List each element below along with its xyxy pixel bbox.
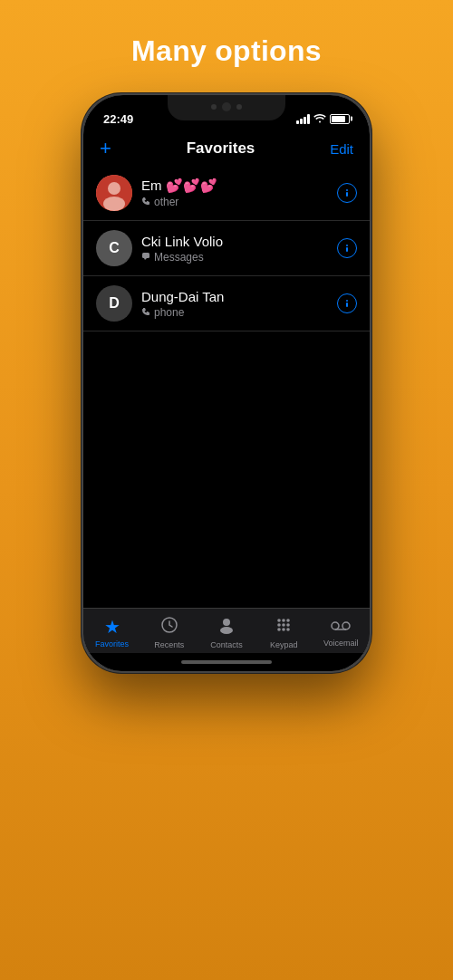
svg-point-17 [282,623,285,627]
contact-info-dung: Dung-Dai Tan phone [141,289,337,319]
contact-item-cki[interactable]: C Cki Link Volio Messages [83,221,370,276]
contact-info-cki: Cki Link Volio Messages [141,234,337,264]
add-button[interactable]: + [100,139,111,159]
info-button-dung[interactable] [337,293,357,313]
message-icon-cki [141,252,150,263]
svg-rect-7 [346,247,348,252]
svg-point-12 [220,627,233,634]
contact-name-cki: Cki Link Volio [141,234,337,249]
voicemail-icon [331,616,351,637]
home-bar [181,660,272,664]
svg-point-1 [108,182,120,195]
svg-point-6 [346,245,348,246]
notch-dot-1 [211,104,217,110]
phone-icon-dung [141,307,150,318]
tab-recents[interactable]: Recents [145,616,194,649]
home-indicator [83,653,370,671]
nav-title: Favorites [187,139,255,158]
contact-type-cki: Messages [141,251,337,264]
svg-point-11 [223,619,230,626]
nav-bar: + Favorites Edit [83,135,370,166]
contact-item-dung[interactable]: D Dung-Dai Tan phone [83,276,370,331]
contact-type-label-cki: Messages [154,251,204,264]
contact-name-dung: Dung-Dai Tan [141,289,337,304]
battery-icon [330,114,350,124]
edit-button[interactable]: Edit [330,141,353,157]
contacts-list: Em 💕💕💕 other [83,166,370,608]
status-bar: 22:49 [83,95,370,135]
svg-point-20 [282,628,285,631]
svg-point-22 [332,622,339,629]
favorites-icon: ★ [104,616,120,638]
phone-frame: 22:49 [82,93,371,673]
signal-icon [296,114,310,124]
notch-camera [222,102,231,111]
phone-screen: 22:49 [83,95,370,671]
svg-point-13 [277,619,281,622]
contacts-icon [217,616,236,639]
tab-contacts-label: Contacts [210,640,243,649]
keypad-icon [275,616,293,639]
battery-fill [332,116,345,122]
tab-favorites-label: Favorites [95,639,129,649]
avatar-em [96,175,132,211]
phone-mockup: 22:49 [82,93,371,673]
tab-contacts[interactable]: Contacts [202,616,251,649]
status-icons [296,113,350,125]
tab-recents-label: Recents [154,640,184,649]
tab-keypad-label: Keypad [270,640,298,649]
tab-keypad[interactable]: Keypad [259,616,308,649]
svg-point-8 [346,300,348,302]
svg-point-14 [282,619,285,622]
svg-rect-5 [142,253,149,258]
contact-name-em: Em 💕💕💕 [141,178,337,194]
info-button-em[interactable] [337,183,357,203]
contact-type-label-dung: phone [154,306,184,319]
contact-type-label-em: other [154,196,178,208]
tab-bar: ★ Favorites Recents [83,608,370,653]
phone-icon-em [141,197,150,207]
avatar-cki: C [96,230,132,266]
wifi-icon [313,113,326,125]
contact-item-em[interactable]: Em 💕💕💕 other [83,166,370,221]
notch [168,95,285,120]
notch-dot-2 [236,104,242,110]
page-title: Many options [131,34,322,68]
info-button-cki[interactable] [337,238,357,258]
tab-voicemail[interactable]: Voicemail [316,616,365,648]
svg-rect-9 [346,303,348,307]
svg-point-16 [277,623,281,627]
tab-voicemail-label: Voicemail [323,639,359,648]
contact-info-em: Em 💕💕💕 other [141,178,337,208]
svg-point-18 [286,623,290,627]
svg-point-19 [277,628,281,631]
svg-point-21 [286,628,290,631]
contact-type-em: other [141,196,337,208]
tab-favorites[interactable]: ★ Favorites [88,616,137,649]
contact-type-dung: phone [141,306,337,319]
recents-icon [160,616,178,639]
svg-rect-4 [346,192,348,197]
svg-point-2 [103,197,125,211]
avatar-dung: D [96,285,132,322]
svg-point-3 [346,189,348,191]
svg-point-23 [342,622,350,629]
status-time: 22:49 [103,112,133,126]
svg-point-15 [286,619,290,622]
